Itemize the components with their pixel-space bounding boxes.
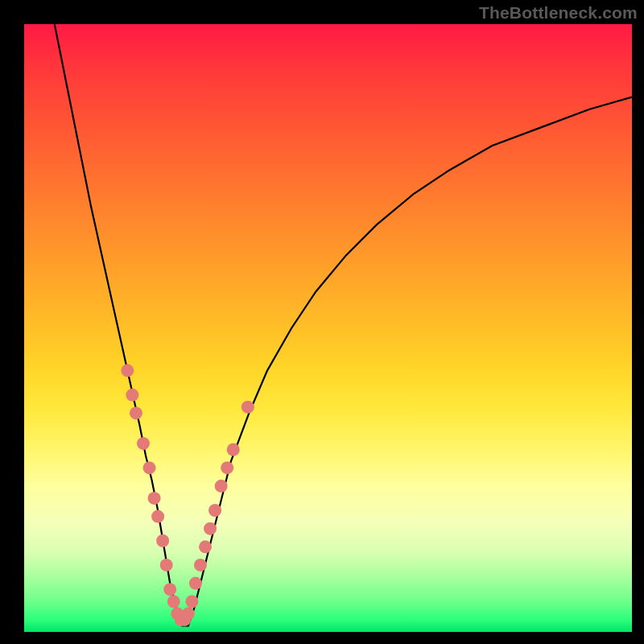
data-marker <box>194 559 207 572</box>
data-marker <box>185 595 198 608</box>
plot-area <box>24 24 632 632</box>
data-marker <box>126 389 138 402</box>
data-marker <box>121 364 134 377</box>
data-marker <box>227 444 240 456</box>
data-marker <box>189 577 202 590</box>
data-marker <box>137 437 150 450</box>
data-marker <box>215 480 228 493</box>
data-marker <box>221 461 233 474</box>
brand-watermark: TheBottleneck.com <box>479 3 638 23</box>
chart-svg <box>24 24 632 632</box>
data-marker <box>182 607 195 620</box>
data-marker <box>208 504 221 517</box>
marker-group <box>121 364 254 626</box>
data-marker <box>156 535 169 547</box>
data-marker <box>143 461 156 474</box>
data-marker <box>160 559 173 572</box>
data-marker <box>151 510 164 523</box>
data-marker <box>242 401 254 414</box>
data-marker <box>204 522 217 535</box>
data-marker <box>163 583 176 596</box>
bottleneck-curve <box>55 24 632 625</box>
data-marker <box>148 492 161 505</box>
chart-frame: TheBottleneck.com <box>0 0 644 644</box>
data-marker <box>199 540 212 553</box>
data-marker <box>130 407 142 419</box>
data-marker <box>167 595 180 608</box>
